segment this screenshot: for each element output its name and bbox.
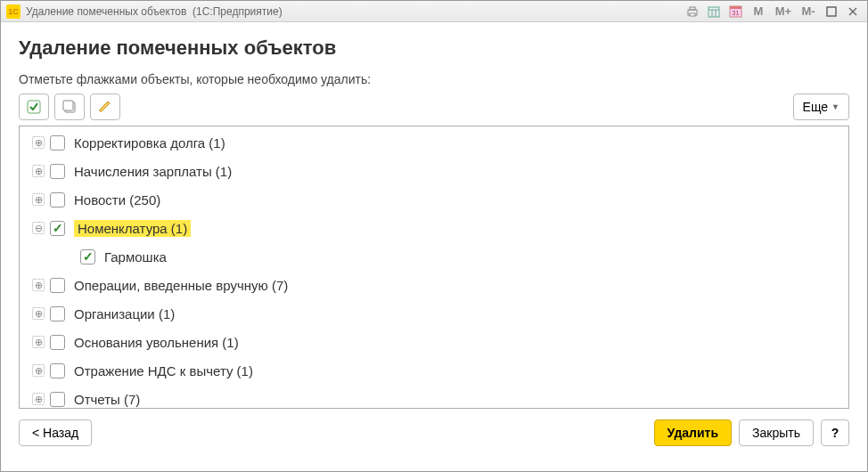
- svg-rect-8: [730, 6, 741, 9]
- object-tree[interactable]: ⊕Корректировка долга (1)⊕Начисления зарп…: [19, 126, 849, 409]
- maximize-icon[interactable]: [823, 4, 840, 20]
- tree-row-label: Отражение НДС к вычету (1): [74, 363, 253, 378]
- tree-row-label: Номенклатура (1): [74, 220, 191, 237]
- tree-checkbox[interactable]: [50, 363, 65, 378]
- chevron-down-icon: ▼: [831, 102, 839, 111]
- help-button[interactable]: ?: [821, 419, 849, 446]
- footer: < Назад Удалить Закрыть ?: [19, 419, 849, 446]
- calendar-date-icon[interactable]: 31: [726, 4, 744, 20]
- svg-text:31: 31: [732, 10, 739, 16]
- memory-m-button[interactable]: M: [748, 4, 769, 20]
- tree-checkbox[interactable]: [50, 306, 65, 321]
- more-button-label: Еще: [803, 100, 829, 114]
- check-all-button[interactable]: [19, 94, 49, 120]
- window-title: Удаление помеченных объектов (1С:Предпри…: [26, 5, 684, 18]
- tree-checkbox[interactable]: [50, 335, 65, 350]
- delete-button[interactable]: Удалить: [654, 419, 732, 446]
- expand-icon[interactable]: ⊕: [32, 364, 45, 377]
- tree-row[interactable]: ⊕Организации (1): [20, 299, 848, 328]
- calendar-icon[interactable]: [705, 4, 723, 20]
- tree-checkbox[interactable]: [50, 278, 65, 293]
- expand-icon[interactable]: ⊕: [32, 165, 45, 177]
- svg-rect-3: [708, 7, 719, 17]
- close-icon[interactable]: [844, 4, 862, 20]
- tree-row[interactable]: ⊕Операции, введенные вручную (7): [20, 271, 848, 299]
- tree-checkbox[interactable]: [50, 221, 65, 236]
- expand-icon[interactable]: ⊕: [32, 136, 45, 149]
- svg-rect-10: [827, 7, 836, 16]
- expand-icon[interactable]: ⊕: [32, 393, 45, 405]
- edit-button[interactable]: [90, 94, 120, 120]
- tree-checkbox[interactable]: [50, 392, 65, 407]
- memory-mplus-button[interactable]: M+: [773, 4, 794, 20]
- expand-icon[interactable]: ⊕: [32, 279, 45, 291]
- tree-row[interactable]: ⊕Основания увольнения (1): [20, 328, 848, 356]
- more-button[interactable]: Еще ▼: [793, 94, 849, 120]
- expand-icon[interactable]: ⊕: [32, 307, 45, 320]
- expand-icon[interactable]: ⊕: [32, 336, 45, 348]
- page-title: Удаление помеченных объектов: [19, 37, 849, 60]
- toolbar: Еще ▼: [19, 94, 849, 120]
- uncheck-all-button[interactable]: [54, 94, 85, 120]
- tree-checkbox[interactable]: [80, 249, 95, 264]
- tree-checkbox[interactable]: [50, 135, 65, 151]
- back-button[interactable]: < Назад: [19, 419, 92, 446]
- tree-row[interactable]: ⊕Новости (250): [20, 185, 848, 214]
- tree-row[interactable]: ⊕Корректировка долга (1): [20, 128, 848, 157]
- tree-checkbox[interactable]: [50, 192, 65, 208]
- svg-rect-15: [63, 101, 73, 110]
- tree-row[interactable]: Гармошка: [20, 242, 848, 271]
- tree-row[interactable]: ⊖Номенклатура (1): [20, 214, 848, 242]
- titlebar: 1C Удаление помеченных объектов (1С:Пред…: [1, 1, 867, 22]
- print-icon[interactable]: [684, 4, 701, 20]
- instruction-text: Отметьте флажками объекты, которые необх…: [19, 72, 849, 86]
- tree-row-label: Корректировка долга (1): [74, 135, 225, 151]
- collapse-icon[interactable]: ⊖: [32, 222, 45, 234]
- tree-row-label: Операции, введенные вручную (7): [74, 278, 288, 293]
- close-button[interactable]: Закрыть: [739, 419, 814, 446]
- app-icon: 1C: [6, 4, 20, 19]
- tree-row-label: Организации (1): [74, 306, 175, 321]
- tree-row[interactable]: ⊕Отражение НДС к вычету (1): [20, 356, 848, 385]
- tree-row-label: Основания увольнения (1): [74, 335, 239, 350]
- tree-row[interactable]: ⊕Начисления зарплаты (1): [20, 157, 848, 185]
- titlebar-tools: 31 M M+ M-: [684, 4, 862, 20]
- tree-row-label: Новости (250): [74, 192, 160, 208]
- tree-row-label: Начисления зарплаты (1): [74, 164, 232, 179]
- svg-rect-1: [690, 7, 695, 10]
- expand-icon[interactable]: ⊕: [32, 193, 45, 206]
- tree-row-label: Отчеты (7): [74, 392, 140, 407]
- memory-mminus-button[interactable]: M-: [798, 4, 819, 20]
- svg-rect-2: [690, 13, 695, 16]
- tree-checkbox[interactable]: [50, 164, 65, 179]
- tree-row-label: Гармошка: [104, 249, 167, 264]
- tree-row[interactable]: ⊕Отчеты (7): [20, 385, 848, 409]
